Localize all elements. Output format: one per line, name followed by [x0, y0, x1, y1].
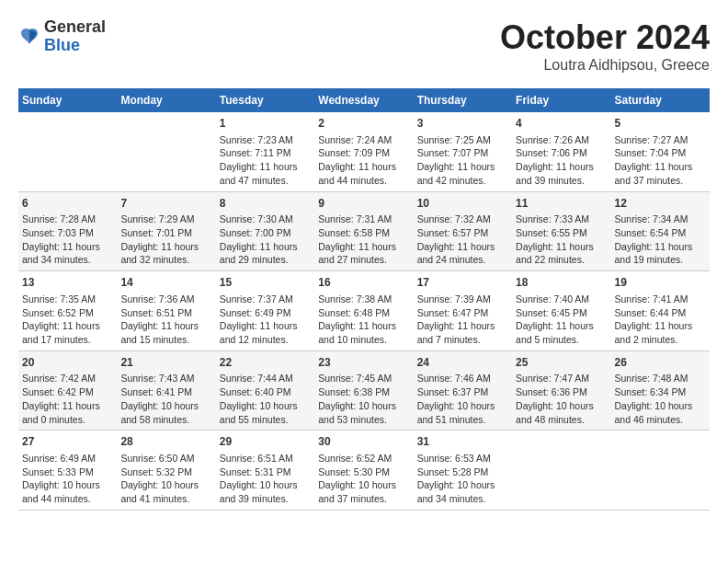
calendar-table: SundayMondayTuesdayWednesdayThursdayFrid… — [18, 88, 710, 511]
day-info: Sunrise: 7:35 AM Sunset: 6:52 PM Dayligh… — [22, 293, 113, 347]
day-cell-w2-d4: 9Sunrise: 7:31 AM Sunset: 6:58 PM Daylig… — [314, 191, 413, 271]
day-info: Sunrise: 6:52 AM Sunset: 5:30 PM Dayligh… — [318, 452, 409, 506]
day-info: Sunrise: 7:36 AM Sunset: 6:51 PM Dayligh… — [120, 293, 211, 347]
day-info: Sunrise: 7:46 AM Sunset: 6:37 PM Dayligh… — [417, 372, 508, 426]
day-number: 27 — [22, 434, 113, 450]
day-cell-w1-d6: 4Sunrise: 7:26 AM Sunset: 7:06 PM Daylig… — [512, 112, 610, 191]
day-cell-w4-d5: 24Sunrise: 7:46 AM Sunset: 6:37 PM Dayli… — [414, 350, 512, 431]
page-header: General Blue October 2024 Loutra Aidhips… — [18, 18, 710, 74]
day-info: Sunrise: 7:33 AM Sunset: 6:55 PM Dayligh… — [516, 213, 607, 267]
day-cell-w3-d7: 19Sunrise: 7:41 AM Sunset: 6:44 PM Dayli… — [611, 271, 710, 351]
day-cell-w4-d7: 26Sunrise: 7:48 AM Sunset: 6:34 PM Dayli… — [611, 350, 710, 431]
day-number: 21 — [120, 355, 211, 371]
day-number: 1 — [220, 116, 311, 132]
header-sunday: Sunday — [18, 88, 117, 112]
calendar-title: October 2024 — [500, 18, 710, 57]
day-cell-w2-d6: 11Sunrise: 7:33 AM Sunset: 6:55 PM Dayli… — [512, 191, 610, 271]
day-info: Sunrise: 7:34 AM Sunset: 6:54 PM Dayligh… — [615, 213, 706, 267]
day-info: Sunrise: 6:51 AM Sunset: 5:31 PM Dayligh… — [220, 452, 311, 506]
day-info: Sunrise: 7:42 AM Sunset: 6:42 PM Dayligh… — [22, 372, 113, 426]
day-cell-w3-d6: 18Sunrise: 7:40 AM Sunset: 6:45 PM Dayli… — [512, 271, 610, 351]
day-info: Sunrise: 7:37 AM Sunset: 6:49 PM Dayligh… — [220, 293, 311, 347]
day-info: Sunrise: 7:41 AM Sunset: 6:44 PM Dayligh… — [615, 293, 706, 347]
day-cell-w1-d4: 2Sunrise: 7:24 AM Sunset: 7:09 PM Daylig… — [314, 112, 413, 191]
day-info: Sunrise: 7:28 AM Sunset: 7:03 PM Dayligh… — [22, 213, 113, 267]
day-info: Sunrise: 7:48 AM Sunset: 6:34 PM Dayligh… — [615, 372, 706, 426]
day-info: Sunrise: 6:50 AM Sunset: 5:32 PM Dayligh… — [120, 452, 211, 506]
day-number: 24 — [417, 355, 508, 371]
day-cell-w3-d4: 16Sunrise: 7:38 AM Sunset: 6:48 PM Dayli… — [314, 271, 413, 351]
header-tuesday: Tuesday — [216, 88, 314, 112]
day-number: 23 — [318, 355, 409, 371]
day-info: Sunrise: 7:44 AM Sunset: 6:40 PM Dayligh… — [220, 372, 311, 426]
week-row-4: 20Sunrise: 7:42 AM Sunset: 6:42 PM Dayli… — [18, 350, 710, 431]
day-number: 20 — [22, 355, 113, 371]
day-number: 10 — [417, 196, 508, 212]
day-cell-w2-d2: 7Sunrise: 7:29 AM Sunset: 7:01 PM Daylig… — [117, 191, 215, 271]
day-number: 9 — [318, 196, 409, 212]
header-saturday: Saturday — [611, 88, 710, 112]
day-info: Sunrise: 7:43 AM Sunset: 6:41 PM Dayligh… — [120, 372, 211, 426]
day-cell-w3-d3: 15Sunrise: 7:37 AM Sunset: 6:49 PM Dayli… — [216, 271, 314, 351]
day-number: 11 — [516, 196, 607, 212]
day-info: Sunrise: 6:49 AM Sunset: 5:33 PM Dayligh… — [22, 452, 113, 506]
day-info: Sunrise: 7:29 AM Sunset: 7:01 PM Dayligh… — [120, 213, 211, 267]
header-friday: Friday — [512, 88, 610, 112]
day-info: Sunrise: 7:47 AM Sunset: 6:36 PM Dayligh… — [516, 372, 607, 426]
day-number: 26 — [615, 355, 706, 371]
day-info: Sunrise: 7:31 AM Sunset: 6:58 PM Dayligh… — [318, 213, 409, 267]
week-row-5: 27Sunrise: 6:49 AM Sunset: 5:33 PM Dayli… — [18, 431, 710, 511]
header-thursday: Thursday — [414, 88, 512, 112]
week-row-3: 13Sunrise: 7:35 AM Sunset: 6:52 PM Dayli… — [18, 271, 710, 351]
logo-general-text: General — [44, 18, 106, 37]
day-cell-w1-d5: 3Sunrise: 7:25 AM Sunset: 7:07 PM Daylig… — [414, 112, 512, 191]
calendar-subtitle: Loutra Aidhipsou, Greece — [500, 57, 710, 74]
day-number: 13 — [22, 275, 113, 291]
day-number: 29 — [220, 434, 311, 450]
title-block: October 2024 Loutra Aidhipsou, Greece — [500, 18, 710, 74]
day-info: Sunrise: 7:39 AM Sunset: 6:47 PM Dayligh… — [417, 293, 508, 347]
day-info: Sunrise: 7:45 AM Sunset: 6:38 PM Dayligh… — [318, 372, 409, 426]
day-cell-w2-d3: 8Sunrise: 7:30 AM Sunset: 7:00 PM Daylig… — [216, 191, 314, 271]
day-cell-w2-d7: 12Sunrise: 7:34 AM Sunset: 6:54 PM Dayli… — [611, 191, 710, 271]
day-cell-w5-d3: 29Sunrise: 6:51 AM Sunset: 5:31 PM Dayli… — [216, 431, 314, 511]
day-number: 30 — [318, 434, 409, 450]
day-number: 17 — [417, 275, 508, 291]
week-row-1: 1Sunrise: 7:23 AM Sunset: 7:11 PM Daylig… — [18, 112, 710, 191]
day-number: 25 — [516, 355, 607, 371]
day-info: Sunrise: 7:27 AM Sunset: 7:04 PM Dayligh… — [615, 133, 706, 188]
day-cell-w5-d4: 30Sunrise: 6:52 AM Sunset: 5:30 PM Dayli… — [314, 431, 413, 511]
day-number: 16 — [318, 275, 409, 291]
day-cell-w5-d2: 28Sunrise: 6:50 AM Sunset: 5:32 PM Dayli… — [117, 431, 215, 511]
logo: General Blue — [18, 18, 106, 55]
day-number: 14 — [120, 275, 211, 291]
day-number: 5 — [615, 116, 706, 132]
day-cell-w3-d2: 14Sunrise: 7:36 AM Sunset: 6:51 PM Dayli… — [117, 271, 215, 351]
day-number: 6 — [22, 196, 113, 212]
logo-blue-text: Blue — [44, 37, 106, 55]
day-info: Sunrise: 7:24 AM Sunset: 7:09 PM Dayligh… — [318, 133, 409, 188]
day-info: Sunrise: 6:53 AM Sunset: 5:28 PM Dayligh… — [417, 452, 508, 506]
header-monday: Monday — [117, 88, 215, 112]
day-cell-w1-d3: 1Sunrise: 7:23 AM Sunset: 7:11 PM Daylig… — [216, 112, 314, 191]
day-number: 15 — [220, 275, 311, 291]
header-wednesday: Wednesday — [314, 88, 413, 112]
logo-text: General Blue — [44, 18, 106, 55]
day-number: 22 — [220, 355, 311, 371]
day-info: Sunrise: 7:23 AM Sunset: 7:11 PM Dayligh… — [220, 133, 311, 188]
day-number: 12 — [615, 196, 706, 212]
day-number: 3 — [417, 116, 508, 132]
day-cell-w4-d2: 21Sunrise: 7:43 AM Sunset: 6:41 PM Dayli… — [117, 350, 215, 431]
day-number: 31 — [417, 434, 508, 450]
day-cell-w5-d5: 31Sunrise: 6:53 AM Sunset: 5:28 PM Dayli… — [414, 431, 512, 511]
day-number: 28 — [120, 434, 211, 450]
day-cell-w4-d6: 25Sunrise: 7:47 AM Sunset: 6:36 PM Dayli… — [512, 350, 610, 431]
day-cell-w1-d1 — [18, 112, 117, 191]
day-cell-w3-d5: 17Sunrise: 7:39 AM Sunset: 6:47 PM Dayli… — [414, 271, 512, 351]
logo-bird-icon — [18, 26, 40, 48]
calendar-header: SundayMondayTuesdayWednesdayThursdayFrid… — [18, 88, 710, 112]
day-cell-w2-d1: 6Sunrise: 7:28 AM Sunset: 7:03 PM Daylig… — [18, 191, 117, 271]
day-cell-w5-d1: 27Sunrise: 6:49 AM Sunset: 5:33 PM Dayli… — [18, 431, 117, 511]
day-info: Sunrise: 7:40 AM Sunset: 6:45 PM Dayligh… — [516, 293, 607, 347]
day-cell-w5-d6 — [512, 431, 610, 511]
